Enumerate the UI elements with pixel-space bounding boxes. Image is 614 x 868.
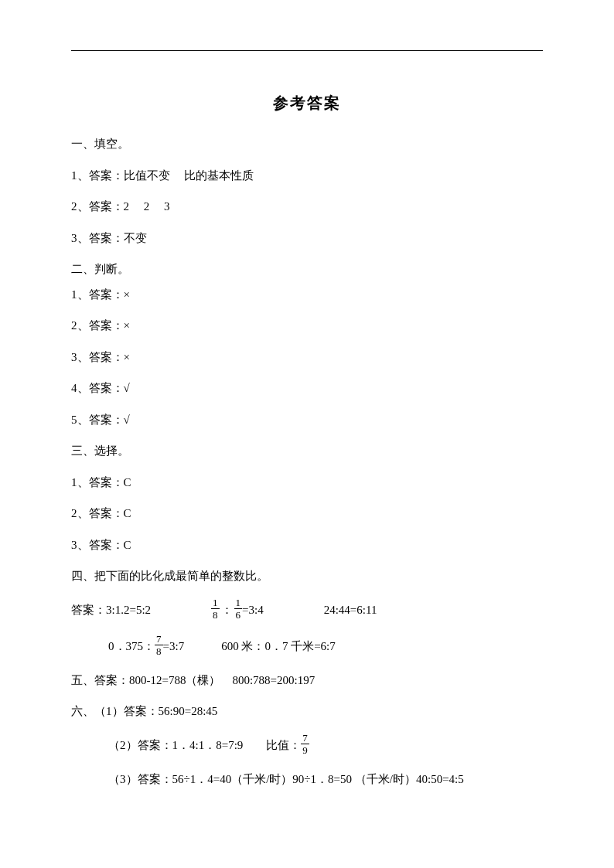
fraction-num: 7: [155, 634, 163, 645]
fraction: 1 6: [234, 597, 243, 620]
section-2-item-5: 5、答案：√: [71, 411, 543, 429]
section-3-item-1: 1、答案：C: [71, 474, 543, 492]
section-1-header: 一、填空。: [71, 135, 543, 153]
section-2-item-3: 3、答案：×: [71, 349, 543, 366]
section-1-item-1: 1、答案：比值不变 比的基本性质: [71, 167, 543, 185]
top-rule: [71, 50, 543, 51]
s4r2-p1: 0．375：: [108, 638, 155, 655]
s4r1-p3: 24:44=6:11: [324, 601, 377, 619]
section-3-item-3: 3、答案：C: [71, 536, 543, 554]
fraction-num: 1: [234, 597, 243, 609]
page-title: 参考答案: [71, 93, 543, 114]
section-2-item-4: 4、答案：√: [71, 380, 543, 397]
section-4-row-2: 0．375： 7 8 =3:7 600 米：0．7 千米=6:7: [71, 635, 543, 658]
s4r2-p2: =3:7: [163, 638, 185, 655]
s4r2-p3: 600 米：0．7 千米=6:7: [221, 638, 336, 655]
section-4-row-1: 答案：3:1.2=5:2 1 8 ： 1 6 =3:4 24:44=6:11: [71, 599, 543, 621]
colon: ：: [221, 601, 233, 619]
section-6-line-3: （3）答案：56÷1．4=40（千米/时）90÷1．8=50 （千米/时）40:…: [71, 771, 543, 788]
fraction-num: 1: [211, 597, 220, 609]
section-4-header: 四、把下面的比化成最简单的整数比。: [71, 567, 543, 585]
fraction: 7 9: [301, 733, 309, 755]
fraction-den: 8: [155, 645, 163, 656]
section-2-item-2: 2、答案：×: [71, 317, 543, 335]
section-6-line-2: （2）答案：1．4:1．8=7:9 比值： 7 9: [71, 734, 543, 757]
section-2-header: 二、判断。: [71, 260, 543, 278]
section-1-item-2: 2、答案：2 2 3: [71, 198, 543, 216]
section-2-item-1: 1、答案：×: [71, 286, 543, 304]
section-3-header: 三、选择。: [71, 442, 543, 460]
section-5-text: 五、答案：800-12=788（棵） 800:788=200:197: [71, 672, 543, 689]
fraction: 7 8: [155, 634, 163, 656]
section-1-item-3: 3、答案：不变: [71, 230, 543, 247]
fraction-num: 7: [301, 733, 309, 744]
section-3-item-2: 2、答案：C: [71, 505, 543, 523]
fraction: 1 8: [211, 597, 220, 620]
fraction-den: 6: [234, 609, 243, 620]
fraction-den: 8: [211, 609, 220, 620]
s4r1-p1: 答案：3:1.2=5:2: [71, 601, 151, 619]
fraction-den: 9: [301, 744, 309, 755]
section-6-line-1: 六、（1）答案：56:90=28:45: [71, 703, 543, 720]
s4r1-p2: =3:4: [242, 601, 264, 619]
s6l2-p1: （2）答案：1．4:1．8=7:9 比值：: [108, 737, 301, 754]
